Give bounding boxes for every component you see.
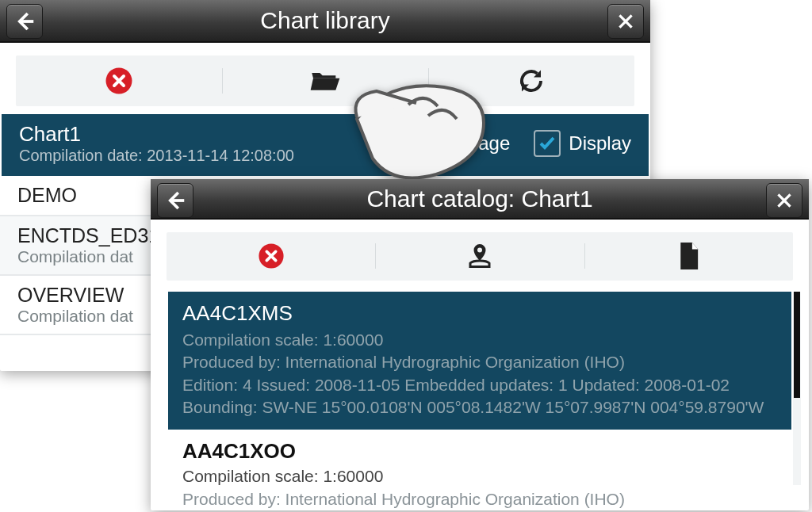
titlebar: Chart catalog: Chart1	[151, 179, 809, 220]
window-title: Chart catalog: Chart1	[366, 185, 592, 212]
cell-name: AA4C1XOO	[182, 437, 777, 465]
cell-bounding: Bounding: SW-NE 15°00.0108'N 005°08.1482…	[182, 396, 777, 418]
toolbar-page[interactable]	[584, 240, 793, 272]
toolbar	[167, 232, 793, 281]
chart-name: Chart1	[19, 122, 294, 147]
toolbar-delete[interactable]	[16, 65, 222, 97]
coverage-label: Coverage	[427, 132, 510, 155]
catalog-row-selected[interactable]: AA4C1XMS Compilation scale: 1:60000 Prod…	[168, 292, 791, 430]
refresh-icon	[517, 67, 546, 95]
cell-producer: Produced by: International Hydrographic …	[182, 488, 777, 510]
toolbar-open[interactable]	[222, 65, 428, 97]
scrollbar[interactable]	[793, 292, 801, 485]
chart-row-selected[interactable]: Chart1 Compilation date: 2013-11-14 12:0…	[2, 114, 649, 176]
display-label: Display	[569, 132, 631, 155]
cell-name: AA4C1XMS	[182, 300, 777, 327]
coverage-checkbox[interactable]	[393, 130, 419, 157]
catalog-row[interactable]: AA4C1XOO Compilation scale: 1:60000 Prod…	[168, 430, 791, 510]
cell-producer: Produced by: International Hydrographic …	[182, 351, 777, 373]
toolbar-delete[interactable]	[167, 240, 375, 272]
delete-icon	[105, 67, 133, 95]
titlebar: Chart library	[0, 0, 650, 43]
window-title: Chart library	[260, 7, 389, 34]
toolbar-locate[interactable]	[375, 240, 584, 272]
cell-edition: Edition: 4 Issued: 2008-11-05 Embedded u…	[182, 374, 777, 396]
close-button[interactable]	[607, 4, 644, 39]
close-button[interactable]	[766, 183, 802, 218]
cell-scale: Compilation scale: 1:60000	[182, 329, 777, 351]
back-button[interactable]	[6, 4, 43, 39]
scrollbar-thumb[interactable]	[794, 292, 800, 398]
toolbar-refresh[interactable]	[428, 65, 634, 97]
toolbar	[16, 55, 634, 106]
back-button[interactable]	[157, 183, 193, 218]
delete-icon	[258, 243, 285, 269]
display-checkbox[interactable]	[534, 130, 561, 157]
cell-scale: Compilation scale: 1:60000	[182, 465, 777, 487]
folder-open-icon	[309, 67, 341, 94]
chart-subtitle: Compilation date: 2013-11-14 12:08:00	[19, 147, 294, 165]
chart-catalog-window: Chart catalog: Chart1 AA4C1XMS Compilati…	[151, 179, 809, 510]
map-pin-icon	[465, 242, 494, 270]
page-icon	[676, 243, 700, 269]
